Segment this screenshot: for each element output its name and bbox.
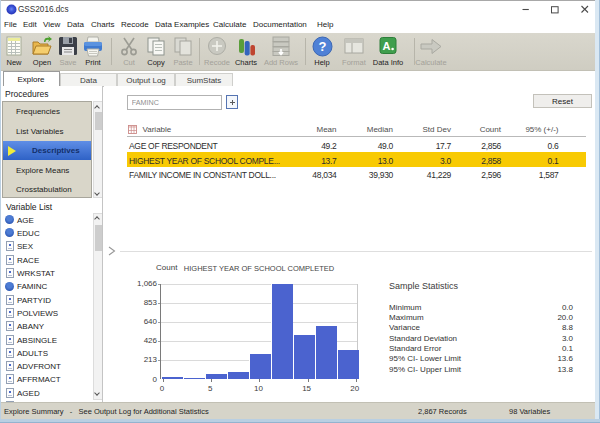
svg-text:?: ? <box>318 39 326 54</box>
svg-text:A: A <box>383 40 391 52</box>
